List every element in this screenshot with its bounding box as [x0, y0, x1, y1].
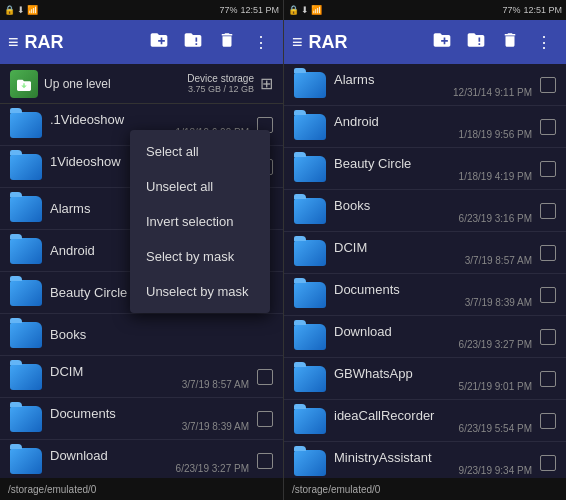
folder-icon [294, 240, 326, 266]
up-one-level[interactable]: Up one level [10, 70, 111, 98]
file-checkbox[interactable] [257, 453, 273, 469]
file-checkbox[interactable] [540, 161, 556, 177]
signal-icon: 📶 [27, 5, 38, 15]
left-battery: 77% [219, 5, 237, 15]
folder-icon [294, 408, 326, 434]
folder-icon [10, 154, 42, 180]
list-item[interactable]: Documents 3/7/19 8:39 AM [0, 398, 283, 440]
left-status-bar: 🔒 ⬇ 📶 77% 12:51 PM [0, 0, 283, 20]
list-item[interactable]: MinistryAssistant 9/23/19 9:34 PM [284, 442, 566, 478]
file-name: Beauty Circle [334, 156, 532, 171]
file-name-area: Books [42, 327, 273, 342]
left-delete-icon[interactable] [213, 31, 241, 53]
left-path-text: /storage/emulated/0 [8, 484, 96, 495]
left-status-icons: 🔒 ⬇ 📶 [4, 5, 38, 15]
folder-icon [294, 198, 326, 224]
file-name: DCIM [50, 364, 249, 379]
list-item[interactable]: Android 1/18/19 9:56 PM [284, 106, 566, 148]
select-by-mask-item[interactable]: Select by mask [130, 239, 270, 274]
up-level-folder-icon [10, 70, 38, 98]
left-time: 12:51 PM [240, 5, 279, 15]
file-date: 9/23/19 9:34 PM [334, 465, 532, 476]
file-name: DCIM [334, 240, 532, 255]
file-name-area: Beauty Circle 1/18/19 4:19 PM [326, 156, 540, 182]
file-checkbox[interactable] [540, 119, 556, 135]
list-item[interactable]: Beauty Circle 1/18/19 4:19 PM [284, 148, 566, 190]
file-checkbox[interactable] [540, 455, 556, 471]
file-name: Android [334, 114, 532, 129]
folder-icon [294, 114, 326, 140]
list-item[interactable]: ideaCallRecorder 6/23/19 5:54 PM [284, 400, 566, 442]
list-item[interactable]: Download 6/23/19 3:27 PM [0, 440, 283, 478]
list-item[interactable]: Alarms 12/31/14 9:11 PM [284, 64, 566, 106]
left-add-folder-icon[interactable] [145, 30, 173, 54]
list-item[interactable]: Books [0, 314, 283, 356]
file-name: MinistryAssistant [334, 450, 532, 465]
file-name-area: Documents 3/7/19 8:39 AM [42, 406, 257, 432]
file-date: 6/23/19 3:27 PM [334, 339, 532, 350]
folder-icon [10, 448, 42, 474]
right-time: 12:51 PM [523, 5, 562, 15]
file-name: Documents [50, 406, 249, 421]
file-name: Download [334, 324, 532, 339]
file-date: 6/23/19 3:27 PM [50, 463, 249, 474]
file-date: 3/7/19 8:57 AM [334, 255, 532, 266]
file-checkbox[interactable] [540, 329, 556, 345]
left-app-title: RAR [25, 32, 139, 53]
right-panel: 🔒 ⬇ 📶 77% 12:51 PM ≡ RAR ⋮ Alarms 12 [283, 0, 566, 500]
signal-icon: 📶 [311, 5, 322, 15]
file-name-area: Alarms 12/31/14 9:11 PM [326, 72, 540, 98]
right-file-list: Alarms 12/31/14 9:11 PM Android 1/18/19 … [284, 64, 566, 478]
unselect-all-item[interactable]: Unselect all [130, 169, 270, 204]
file-name-area: GBWhatsApp 5/21/19 9:01 PM [326, 366, 540, 392]
storage-info: Device storage 3.75 GB / 12 GB [187, 73, 254, 94]
folder-icon [294, 282, 326, 308]
context-menu: Select all Unselect all Invert selection… [130, 130, 270, 313]
invert-selection-item[interactable]: Invert selection [130, 204, 270, 239]
right-extract-icon[interactable] [462, 30, 490, 54]
file-checkbox[interactable] [540, 287, 556, 303]
right-delete-icon[interactable] [496, 31, 524, 53]
list-item[interactable]: DCIM 3/7/19 8:57 AM [0, 356, 283, 398]
right-more-icon[interactable]: ⋮ [530, 33, 558, 52]
list-item[interactable]: Documents 3/7/19 8:39 AM [284, 274, 566, 316]
file-checkbox[interactable] [257, 369, 273, 385]
folder-icon [10, 112, 42, 138]
list-item[interactable]: Download 6/23/19 3:27 PM [284, 316, 566, 358]
file-checkbox[interactable] [540, 245, 556, 261]
file-checkbox[interactable] [540, 203, 556, 219]
file-checkbox[interactable] [540, 413, 556, 429]
select-all-item[interactable]: Select all [130, 134, 270, 169]
folder-icon [10, 280, 42, 306]
right-status-right: 77% 12:51 PM [502, 5, 562, 15]
file-name: ideaCallRecorder [334, 408, 532, 423]
file-checkbox[interactable] [257, 411, 273, 427]
file-name-area: Books 6/23/19 3:16 PM [326, 198, 540, 224]
left-bottom-path: /storage/emulated/0 [0, 478, 283, 500]
folder-icon [10, 364, 42, 390]
folder-icon [294, 366, 326, 392]
unselect-by-mask-item[interactable]: Unselect by mask [130, 274, 270, 309]
left-more-icon[interactable]: ⋮ [247, 33, 275, 52]
file-checkbox[interactable] [540, 371, 556, 387]
right-menu-icon[interactable]: ≡ [292, 32, 303, 53]
right-battery: 77% [502, 5, 520, 15]
lock-icon: 🔒 [288, 5, 299, 15]
file-date: 3/7/19 8:57 AM [50, 379, 249, 390]
list-item[interactable]: Books 6/23/19 3:16 PM [284, 190, 566, 232]
file-name-area: ideaCallRecorder 6/23/19 5:54 PM [326, 408, 540, 434]
list-item[interactable]: DCIM 3/7/19 8:57 AM [284, 232, 566, 274]
file-name-area: DCIM 3/7/19 8:57 AM [42, 364, 257, 390]
right-add-folder-icon[interactable] [428, 30, 456, 54]
file-date: 3/7/19 8:39 AM [50, 421, 249, 432]
folder-icon [294, 324, 326, 350]
file-name: GBWhatsApp [334, 366, 532, 381]
grid-view-icon[interactable]: ⊞ [260, 74, 273, 93]
left-extract-icon[interactable] [179, 30, 207, 54]
file-date: 12/31/14 9:11 PM [334, 87, 532, 98]
left-menu-icon[interactable]: ≡ [8, 32, 19, 53]
folder-icon [294, 72, 326, 98]
file-checkbox[interactable] [540, 77, 556, 93]
file-name-area: Download 6/23/19 3:27 PM [326, 324, 540, 350]
list-item[interactable]: GBWhatsApp 5/21/19 9:01 PM [284, 358, 566, 400]
